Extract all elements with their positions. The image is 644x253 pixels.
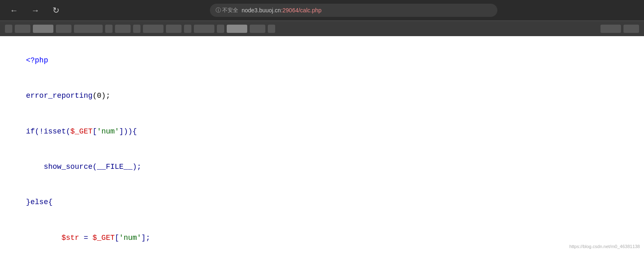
security-icon: ⓘ 不安全 <box>216 7 239 14</box>
toolbar-item-15 <box>250 25 265 33</box>
toolbar-item-11 <box>184 25 191 33</box>
toolbar-item-16 <box>268 25 275 33</box>
url-display: node3.buuoj.cn:29064/calc.php <box>242 7 322 14</box>
toolbar-item-3 <box>33 25 53 33</box>
code-line-5: }else{ <box>8 185 636 220</box>
address-bar[interactable]: ⓘ 不安全 node3.buuoj.cn:29064/calc.php <box>210 4 497 17</box>
toolbar-item-18 <box>623 25 639 33</box>
toolbar-item-10 <box>166 25 182 33</box>
page-content: <?php error_reporting(0); if(!isset($_GE… <box>0 36 644 253</box>
browser-titlebar: ← → ↻ ⓘ 不安全 node3.buuoj.cn:29064/calc.ph… <box>0 0 644 21</box>
code-line-2: error_reporting(0); <box>8 78 636 113</box>
reload-button[interactable]: ↻ <box>49 4 63 17</box>
code-line-6: $str = $_GET['num']; <box>8 220 636 253</box>
toolbar-item-9 <box>143 25 163 33</box>
toolbar-item-8 <box>133 25 140 33</box>
toolbar-item-7 <box>115 25 131 33</box>
toolbar-item-4 <box>56 25 71 33</box>
error-reporting-func: error_reporting <box>26 92 92 100</box>
toolbar-item-13 <box>217 25 224 33</box>
toolbar-item-14 <box>227 25 247 33</box>
url-main: node3.buuoj.cn <box>242 7 281 14</box>
toolbar-item-12 <box>194 25 214 33</box>
back-button[interactable]: ← <box>7 4 21 17</box>
watermark: https://blog.csdn.net/m0_46381138 <box>569 244 640 249</box>
toolbar-item-2 <box>15 25 30 33</box>
toolbar-item-1 <box>5 25 12 33</box>
code-line-1: <?php <box>8 43 636 78</box>
url-port: :29064/calc.php <box>281 7 322 14</box>
toolbar-item-17 <box>600 25 621 33</box>
code-line-4: show_source(__FILE__); <box>8 149 636 184</box>
toolbar-item-6 <box>105 25 113 33</box>
code-line-3: if(!isset($_GET['num'])){ <box>8 114 636 149</box>
forward-button[interactable]: → <box>28 4 43 17</box>
php-open-tag: <?php <box>26 56 48 64</box>
toolbar-item-5 <box>74 25 103 33</box>
browser-toolbar <box>0 21 644 36</box>
